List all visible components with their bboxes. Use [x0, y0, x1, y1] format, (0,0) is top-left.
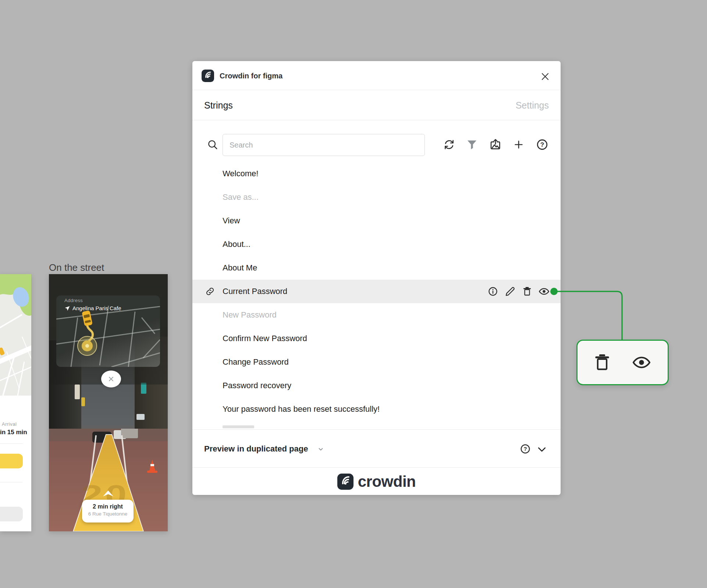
navigation-arrow-icon [64, 305, 70, 311]
delete-button-large[interactable] [593, 353, 612, 372]
arrival-label: Arrival [2, 421, 17, 427]
expand-panel-button[interactable] [536, 444, 548, 455]
preview-bar: Preview in duplicated page ? [192, 429, 561, 468]
plugin-tabs: Strings Settings [192, 91, 561, 120]
string-row[interactable]: Your password has been reset successfull… [192, 397, 561, 421]
string-row[interactable]: Welcome! [192, 162, 561, 185]
chevron-down-icon[interactable] [317, 446, 324, 453]
map-app-artboard: Arrival in 15 min [0, 274, 31, 531]
divider [0, 443, 23, 444]
svg-text:?: ? [523, 446, 527, 452]
close-plugin-button[interactable] [539, 70, 552, 83]
direction-secondary: 6 Rue Tiquetonne [82, 511, 134, 517]
crowdin-wordmark: crowdin [358, 473, 416, 490]
address-value: Angelina Paris Cafe [72, 305, 121, 311]
close-icon [108, 376, 114, 382]
ar-close-button[interactable] [101, 371, 121, 387]
filter-icon [466, 139, 478, 150]
help-button[interactable]: ? [536, 138, 549, 151]
street-sign [136, 414, 145, 420]
divider [0, 482, 23, 482]
string-row[interactable]: Confirm New Password [192, 327, 561, 350]
string-preview-button[interactable] [539, 286, 550, 297]
street-truck [121, 429, 138, 438]
clipped-row-remnant [223, 425, 254, 428]
string-info-button[interactable] [487, 286, 498, 297]
ar-map-card: Address Angelina Paris Cafe [56, 295, 160, 367]
string-row[interactable]: Password recovery [192, 374, 561, 397]
preview-mode-label[interactable]: Preview in duplicated page [204, 444, 308, 454]
ar-street-artboard: Address Angelina Paris Cafe [49, 274, 168, 531]
plugin-footer: crowdin [192, 468, 561, 495]
search-icon [207, 139, 218, 150]
string-row[interactable]: View [192, 209, 561, 233]
add-string-button[interactable] [512, 138, 525, 151]
close-icon [540, 71, 550, 82]
upload-screenshot-button[interactable] [489, 138, 502, 151]
sync-icon [443, 139, 455, 150]
string-row-selected[interactable]: Current Password [192, 280, 561, 303]
secondary-action-button[interactable] [0, 507, 23, 521]
string-delete-button[interactable] [522, 286, 533, 297]
crowdin-logo-icon [337, 474, 354, 490]
string-row[interactable]: About... [192, 233, 561, 256]
preview-button-large[interactable] [630, 353, 653, 372]
string-row[interactable]: About Me [192, 256, 561, 280]
preview-help-button[interactable]: ? [520, 443, 531, 454]
address-label: Address [64, 298, 83, 303]
svg-text:?: ? [540, 141, 544, 148]
linked-string-icon [205, 287, 216, 296]
upload-screenshot-icon [490, 139, 501, 150]
string-row[interactable]: Change Password [192, 350, 561, 374]
string-row[interactable]: New Password [192, 303, 561, 327]
strings-list: Welcome! Save as... View About... About … [192, 162, 561, 421]
plugin-title: Crowdin for figma [220, 72, 283, 80]
string-edit-button[interactable] [505, 286, 516, 297]
map-preview [0, 274, 31, 396]
ar-direction-arrow [102, 490, 114, 497]
crowdin-logo-icon [202, 70, 214, 82]
street-sign [75, 385, 80, 399]
crowdin-plugin-window: Crowdin for figma Strings Settings [192, 61, 561, 495]
direction-primary: 2 min right [82, 503, 134, 510]
row-actions [487, 280, 561, 303]
row-actions-callout [576, 340, 669, 385]
filter-strings-button[interactable] [465, 138, 479, 151]
sync-strings-button[interactable] [443, 138, 456, 151]
add-string-icon [513, 139, 525, 150]
help-icon: ? [536, 138, 548, 151]
taxi-car [82, 310, 93, 326]
ride-bottom-sheet: Arrival in 15 min [0, 396, 31, 531]
arrival-eta: in 15 min [0, 429, 27, 436]
plugin-header: Crowdin for figma [192, 61, 561, 90]
tab-strings[interactable]: Strings [204, 100, 233, 111]
street-sign [81, 397, 85, 406]
string-row[interactable]: Save as... [192, 185, 561, 209]
tab-settings[interactable]: Settings [516, 100, 549, 111]
direction-card: 2 min right 6 Rue Tiquetonne [82, 500, 134, 523]
search-input[interactable] [223, 134, 425, 156]
primary-action-button[interactable] [0, 454, 23, 468]
artboard-title-on-the-street: On the street [49, 262, 104, 273]
